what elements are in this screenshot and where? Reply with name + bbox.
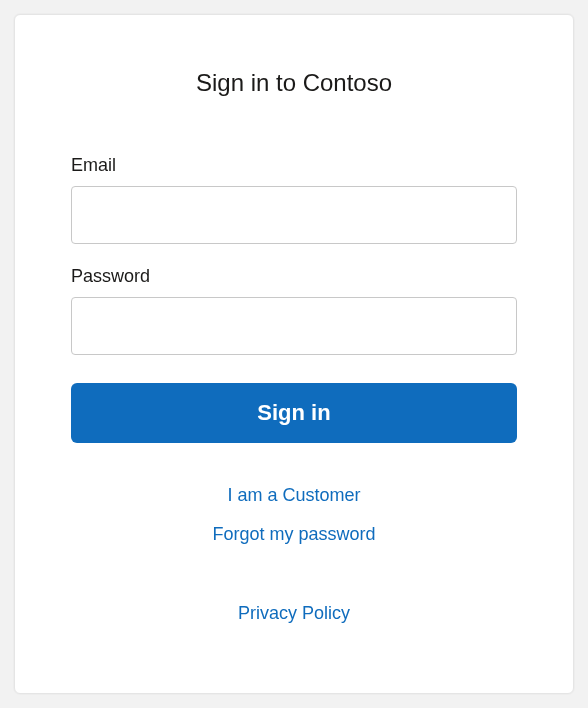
email-label: Email (71, 155, 517, 176)
email-field[interactable] (71, 186, 517, 244)
link-spacer: Privacy Policy (71, 603, 517, 642)
page-title: Sign in to Contoso (71, 69, 517, 97)
email-group: Email (71, 155, 517, 244)
signin-card: Sign in to Contoso Email Password Sign i… (14, 14, 574, 694)
signin-button[interactable]: Sign in (71, 383, 517, 443)
forgot-password-link[interactable]: Forgot my password (212, 524, 375, 545)
password-field[interactable] (71, 297, 517, 355)
links-section: I am a Customer Forgot my password Priva… (71, 485, 517, 642)
privacy-policy-link[interactable]: Privacy Policy (238, 603, 350, 624)
password-label: Password (71, 266, 517, 287)
customer-link[interactable]: I am a Customer (227, 485, 360, 506)
password-group: Password (71, 266, 517, 355)
